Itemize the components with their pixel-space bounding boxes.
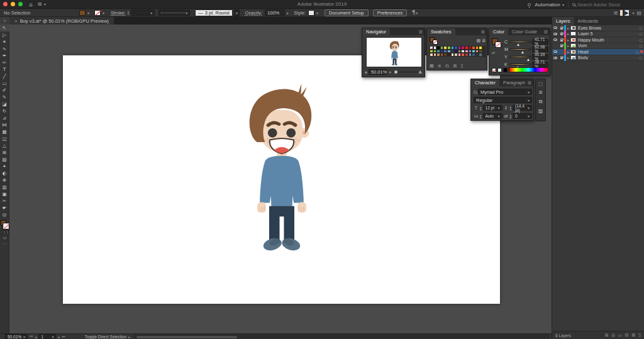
swatch-grid-view-icon[interactable]: ▤ bbox=[477, 38, 481, 43]
selection-tool-icon[interactable]: ↖ bbox=[0, 25, 9, 31]
navigator-thumbnail[interactable] bbox=[366, 37, 422, 67]
font-family-dropdown[interactable]: Myriad Pro▾ bbox=[478, 89, 532, 95]
zoom-level-dropdown[interactable]: 50.01%▾ bbox=[5, 334, 28, 339]
hand-tool-icon[interactable]: ☛ bbox=[0, 204, 9, 211]
black-swatch[interactable] bbox=[503, 68, 508, 72]
fill-color-swatch[interactable] bbox=[79, 10, 86, 16]
artboard-tool-icon[interactable]: ▣ bbox=[0, 191, 9, 197]
layer-name[interactable]: Layer 5 bbox=[578, 31, 638, 36]
document-setup-button[interactable]: Document Setup bbox=[325, 9, 369, 16]
brush-definition-dropdown[interactable]: —3 pt. Round bbox=[195, 9, 232, 16]
color-fill-stroke[interactable] bbox=[492, 38, 501, 48]
stroke-width-dropdown[interactable]: ▾ bbox=[131, 9, 155, 16]
kerning-dropdown[interactable]: Auto▾ bbox=[483, 113, 502, 119]
visibility-eye-icon[interactable] bbox=[552, 38, 558, 41]
paragraph-tab[interactable]: Paragraph bbox=[499, 79, 529, 86]
target-circle-icon[interactable]: ○ bbox=[638, 31, 644, 36]
navigator-zoom-slider[interactable] bbox=[392, 72, 418, 72]
layer-name[interactable]: Head bbox=[578, 50, 634, 54]
lock-icon[interactable] bbox=[558, 26, 564, 30]
navigator-zoom-chevron[interactable]: ▾ bbox=[389, 70, 391, 74]
workspace-switcher-icon[interactable]: ▐▶ bbox=[620, 10, 629, 16]
zoom-in-icon[interactable]: ▲ bbox=[419, 69, 422, 74]
lock-icon[interactable] bbox=[558, 38, 564, 42]
paintbrush-tool-icon[interactable]: ✐ bbox=[0, 87, 9, 94]
column-graph-tool-icon[interactable]: ▥ bbox=[0, 184, 9, 191]
zoom-tool-icon[interactable]: ◎ bbox=[0, 211, 9, 218]
tracking-dropdown[interactable]: 0▾ bbox=[513, 113, 532, 119]
pathfinder-panel-icon[interactable]: ⧉ bbox=[539, 99, 543, 105]
new-layer-icon[interactable]: ⊞ bbox=[631, 333, 635, 338]
navigator-zoom-field[interactable]: 50.01% bbox=[369, 69, 387, 75]
character-tab[interactable]: Character bbox=[471, 79, 499, 86]
expand-chevron-icon[interactable]: ▸ bbox=[566, 43, 570, 48]
yellow-slider[interactable] bbox=[509, 56, 531, 58]
delete-layer-icon[interactable]: ▯ bbox=[638, 333, 641, 338]
target-circle-icon[interactable]: ○ bbox=[634, 50, 640, 54]
next-artboard-icon[interactable]: ▸ bbox=[58, 335, 60, 339]
cyan-value[interactable]: 41.71 % bbox=[532, 39, 548, 45]
navigator-menu-icon[interactable]: ☰ bbox=[419, 30, 423, 35]
style-chevron-icon[interactable]: ▾ bbox=[316, 11, 318, 15]
new-sublayer-icon[interactable]: ⊟ bbox=[625, 333, 628, 338]
layers-tab[interactable]: Layers bbox=[552, 17, 574, 25]
prev-artboard-icon[interactable]: ◂ bbox=[35, 335, 36, 339]
free-transform-tool-icon[interactable]: ▦ bbox=[0, 128, 9, 135]
target-circle-icon[interactable]: ○ bbox=[638, 43, 644, 48]
expand-chevron-icon[interactable]: ▸ bbox=[566, 31, 570, 36]
rectangle-tool-icon[interactable]: ▭ bbox=[0, 80, 9, 87]
target-circle-icon[interactable]: ○ bbox=[638, 38, 644, 42]
expand-chevron-icon[interactable]: ▸ bbox=[566, 38, 570, 42]
make-mask-icon[interactable]: ▱ bbox=[618, 333, 621, 338]
stroke-color-swatch[interactable] bbox=[94, 10, 101, 16]
lock-icon[interactable] bbox=[558, 32, 564, 35]
scale-tool-icon[interactable]: ⊿ bbox=[0, 114, 9, 121]
color-menu-icon[interactable]: ☰ bbox=[544, 30, 548, 35]
close-tab-icon[interactable]: × bbox=[14, 18, 18, 24]
zoom-out-icon[interactable]: ▲ bbox=[365, 70, 367, 74]
black-slider[interactable] bbox=[509, 64, 531, 65]
visibility-eye-icon[interactable] bbox=[552, 26, 558, 29]
artboard-number-dropdown[interactable]: 1▾ bbox=[38, 334, 56, 339]
rotate-tool-icon[interactable]: ↻ bbox=[0, 108, 9, 114]
white-swatch[interactable] bbox=[497, 68, 502, 72]
direct-selection-tool-icon[interactable]: ▷ bbox=[0, 31, 9, 38]
panel-options-icon[interactable]: ▤ bbox=[636, 10, 641, 16]
stock-search[interactable] bbox=[572, 2, 641, 8]
text-align-icon[interactable]: ¶▾ bbox=[412, 10, 418, 16]
swatch-list-view-icon[interactable]: ≣ bbox=[482, 38, 486, 43]
boy-illustration[interactable] bbox=[236, 80, 328, 255]
swatches-tab[interactable]: Swatches bbox=[427, 28, 455, 35]
style-swatch[interactable] bbox=[308, 10, 314, 16]
font-style-dropdown[interactable]: Regular▾ bbox=[474, 97, 532, 103]
opacity-field[interactable]: 100% bbox=[265, 9, 285, 16]
stroke-proxy[interactable] bbox=[3, 223, 9, 229]
lasso-tool-icon[interactable]: ∿ bbox=[0, 45, 9, 52]
swatch[interactable] bbox=[430, 46, 433, 50]
status-expand-icon[interactable]: ▸ bbox=[128, 335, 130, 339]
brush-chevron-icon[interactable]: ▾ bbox=[234, 9, 240, 16]
line-segment-tool-icon[interactable]: ╱ bbox=[0, 73, 9, 80]
blend-tool-icon[interactable]: ◐ bbox=[0, 170, 9, 177]
fill-chevron-icon[interactable]: ▾ bbox=[87, 11, 89, 15]
document-tab[interactable]: × Boy v3.ai* @ 50.01% (RGB/GPU Preview) bbox=[9, 17, 114, 25]
expand-chevron-icon[interactable]: ▸ bbox=[566, 55, 570, 60]
delete-swatch-icon[interactable]: ▯ bbox=[460, 64, 463, 69]
swatches-scrollbar[interactable] bbox=[483, 46, 486, 57]
magic-wand-tool-icon[interactable]: ✶ bbox=[0, 38, 9, 45]
transform-panel-icon[interactable]: ⬚ bbox=[538, 81, 543, 87]
cyan-slider[interactable] bbox=[509, 41, 531, 43]
last-artboard-icon[interactable]: ⏭ bbox=[62, 334, 65, 339]
lock-icon[interactable] bbox=[558, 56, 564, 59]
symbol-sprayer-tool-icon[interactable]: ❉ bbox=[0, 177, 9, 184]
expand-chevron-icon[interactable]: ▸ bbox=[566, 26, 570, 30]
swatch[interactable] bbox=[479, 53, 482, 57]
width-profile-dropdown[interactable]: ▾ bbox=[158, 9, 190, 16]
collect-for-export-icon[interactable]: ⧉ bbox=[605, 333, 608, 338]
visibility-eye-icon[interactable] bbox=[552, 50, 558, 53]
stroke-chevron-icon[interactable]: ▾ bbox=[103, 11, 104, 15]
align-panel-icon[interactable]: ≞ bbox=[538, 90, 543, 96]
opacity-label[interactable]: Opacity: bbox=[245, 10, 263, 16]
edit-toolbar-icon[interactable]: ⋯ bbox=[3, 242, 7, 247]
stroke-width-stepper[interactable]: ▴▾ bbox=[128, 10, 130, 15]
